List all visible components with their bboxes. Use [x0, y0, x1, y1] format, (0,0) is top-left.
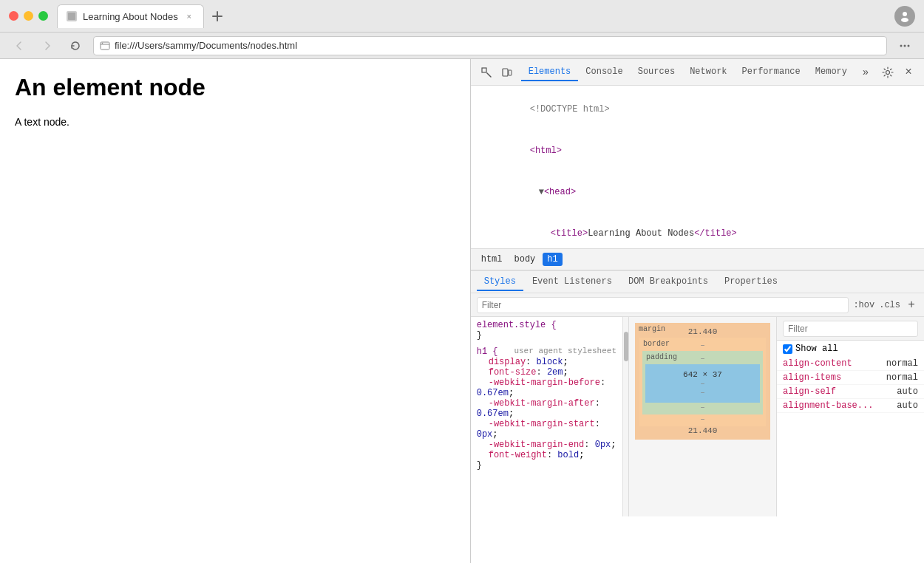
- dom-html-open: <html>: [471, 130, 924, 171]
- devtools-toolbar: Elements Console Sources Network Perform…: [471, 59, 924, 86]
- dom-head-open: ▼<head>: [471, 171, 924, 213]
- tab-favicon: [67, 11, 77, 21]
- svg-rect-10: [482, 68, 486, 72]
- content-size: 642 × 37 – –: [645, 364, 760, 403]
- computed-prop-align-self: align-self auto: [777, 385, 924, 399]
- h1-style-rule: h1 { user agent stylesheet display: bloc…: [477, 347, 616, 471]
- forward-button[interactable]: [37, 35, 58, 56]
- show-all-label: Show all: [795, 344, 838, 354]
- cls-filter-button[interactable]: .cls: [879, 300, 900, 310]
- tab-memory[interactable]: Memory: [808, 64, 855, 81]
- page-heading: An element node: [15, 74, 455, 101]
- tab-elements[interactable]: Elements: [521, 64, 579, 81]
- tab-performance[interactable]: Performance: [735, 64, 808, 81]
- dom-panel[interactable]: <!DOCTYPE html> <html> ▼<head> <title>Le…: [471, 86, 924, 248]
- computed-properties-list: align-content normal align-items normal …: [777, 357, 924, 413]
- breadcrumb-h1[interactable]: h1: [543, 253, 562, 266]
- traffic-lights: [9, 11, 48, 21]
- url-bar[interactable]: file:///Users/sammy/Documents/nodes.html: [93, 36, 887, 55]
- page-text: A text node.: [15, 116, 455, 128]
- maximize-button[interactable]: [38, 11, 48, 21]
- border-bottom-value: –: [642, 414, 763, 423]
- element-style-rule: element.style { }: [477, 320, 616, 341]
- devtools-close-button[interactable]: ×: [899, 63, 918, 82]
- page-content: An element node A text node.: [0, 59, 470, 563]
- browser-tab[interactable]: Learning About Nodes ×: [57, 4, 204, 28]
- computed-panel: Show all align-content normal align-item…: [776, 317, 924, 516]
- tab-properties[interactable]: Properties: [717, 273, 785, 291]
- svg-point-4: [901, 18, 908, 22]
- content-dash-bottom: –: [648, 388, 757, 397]
- svg-point-9: [908, 44, 910, 47]
- more-tabs-button[interactable]: »: [856, 63, 875, 82]
- devtools-settings-button[interactable]: [878, 63, 897, 82]
- close-button[interactable]: [9, 11, 18, 21]
- bottom-panel: Styles Event Listeners DOM Breakpoints P…: [471, 270, 924, 516]
- show-all-checkbox[interactable]: [783, 344, 792, 354]
- svg-point-3: [903, 12, 907, 16]
- url-text: file:///Users/sammy/Documents/nodes.html: [115, 40, 297, 51]
- svg-rect-0: [68, 13, 75, 20]
- svg-point-13: [886, 70, 890, 74]
- content-size-value: 642 × 37: [648, 370, 757, 379]
- styles-scrollbar-thumb[interactable]: [624, 332, 628, 361]
- computed-prop-alignment-baseline: alignment-base... auto: [777, 399, 924, 413]
- tab-bar: Learning About Nodes ×: [57, 4, 915, 28]
- title-bar: Learning About Nodes ×: [0, 0, 924, 33]
- device-toolbar-button[interactable]: [497, 63, 517, 82]
- margin-label: margin: [639, 325, 665, 333]
- browser-menu-button[interactable]: [894, 35, 915, 56]
- tab-dom-breakpoints[interactable]: DOM Breakpoints: [621, 273, 716, 291]
- computed-prop-align-items: align-items normal: [777, 371, 924, 385]
- content-dash-top: –: [648, 379, 757, 388]
- svg-point-8: [904, 44, 906, 47]
- new-tab-button[interactable]: [207, 6, 228, 27]
- back-button[interactable]: [9, 35, 30, 56]
- svg-point-7: [900, 44, 903, 47]
- devtools-tabs: Elements Console Sources Network Perform…: [521, 64, 855, 81]
- pseudo-filter-button[interactable]: :hov: [853, 300, 874, 310]
- styles-scrollbar[interactable]: [622, 317, 628, 516]
- tab-console[interactable]: Console: [578, 64, 630, 81]
- show-all-container: Show all: [777, 341, 924, 357]
- border-label: border: [643, 340, 670, 348]
- svg-rect-11: [503, 69, 508, 76]
- address-bar: file:///Users/sammy/Documents/nodes.html: [0, 33, 924, 59]
- url-icon: [100, 41, 110, 51]
- tab-title: Learning About Nodes: [83, 11, 178, 22]
- user-account-icon[interactable]: [894, 6, 915, 27]
- svg-point-6: [102, 42, 103, 44]
- margin-bottom-value: 21.440: [639, 426, 766, 435]
- padding-bottom-value: –: [645, 403, 760, 412]
- computed-filter-bar: [777, 317, 924, 341]
- styles-filter-input[interactable]: [477, 297, 849, 313]
- tab-event-listeners[interactable]: Event Listeners: [525, 273, 619, 291]
- svg-rect-2: [217, 11, 218, 21]
- tab-network[interactable]: Network: [682, 64, 734, 81]
- devtools-panel: Elements Console Sources Network Perform…: [470, 59, 924, 563]
- minimize-button[interactable]: [24, 11, 33, 21]
- ellipsis-icon: [899, 40, 911, 52]
- styles-panel[interactable]: element.style { } h1 { user agent styles…: [471, 317, 622, 516]
- styles-filter-bar: :hov .cls +: [471, 293, 924, 317]
- reload-button[interactable]: [65, 35, 86, 56]
- svg-rect-12: [509, 70, 512, 75]
- padding-label: padding: [646, 353, 677, 361]
- add-style-rule-button[interactable]: +: [905, 298, 918, 312]
- tab-sources[interactable]: Sources: [631, 64, 682, 81]
- content-area: An element node A text node. Elements Co…: [0, 59, 924, 563]
- computed-filter-input[interactable]: [783, 321, 918, 337]
- box-model-panel: margin 21.440 border – padding – 642 × 3…: [628, 317, 776, 516]
- tab-styles[interactable]: Styles: [477, 273, 523, 291]
- computed-prop-align-content: align-content normal: [777, 357, 924, 371]
- breadcrumb-body[interactable]: body: [510, 253, 540, 266]
- browser-window: Learning About Nodes × file:///Users/sam…: [0, 0, 924, 563]
- dom-doctype: <!DOCTYPE html>: [471, 89, 924, 130]
- inspect-element-button[interactable]: [477, 63, 496, 82]
- dom-title: <title>Learning About Nodes</title>: [471, 213, 924, 248]
- bottom-tabs: Styles Event Listeners DOM Breakpoints P…: [471, 271, 924, 293]
- breadcrumb-html[interactable]: html: [477, 253, 507, 266]
- breadcrumb-bar: html body h1: [471, 248, 924, 270]
- bottom-content: element.style { } h1 { user agent styles…: [471, 317, 924, 516]
- tab-close-button[interactable]: ×: [184, 11, 194, 21]
